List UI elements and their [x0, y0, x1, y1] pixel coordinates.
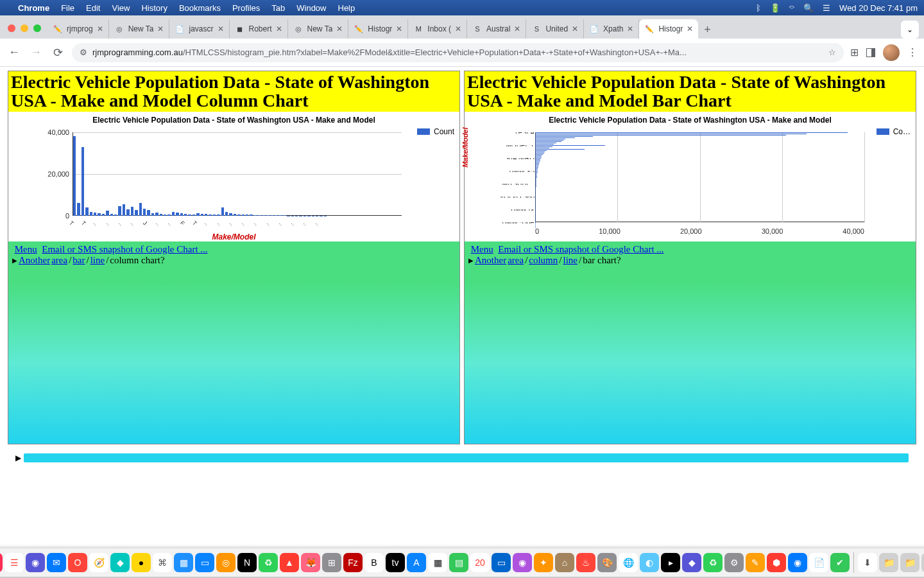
- column-link[interactable]: column: [529, 255, 558, 266]
- tab-overflow-button[interactable]: ⌄: [901, 21, 919, 39]
- column-bar[interactable]: [180, 213, 183, 216]
- line-link[interactable]: line: [90, 255, 105, 266]
- column-bar[interactable]: [106, 211, 108, 216]
- column-bar[interactable]: [167, 215, 170, 216]
- browser-tab[interactable]: ✏️Histogr✕: [639, 19, 698, 39]
- close-window-button[interactable]: [8, 24, 15, 32]
- close-tab-icon[interactable]: ✕: [276, 24, 282, 33]
- app-icon[interactable]: ▦: [174, 553, 193, 572]
- browser-tab[interactable]: 📄javascr✕: [169, 19, 229, 39]
- new-tab-button[interactable]: +: [698, 21, 716, 39]
- close-tab-icon[interactable]: ✕: [218, 24, 224, 33]
- column-bar[interactable]: [205, 214, 207, 216]
- app-icon[interactable]: B: [364, 553, 384, 572]
- pages-icon[interactable]: ✎: [746, 553, 765, 572]
- column-bar[interactable]: [271, 215, 273, 216]
- column-bar[interactable]: [90, 212, 92, 216]
- column-bar[interactable]: [135, 210, 137, 216]
- filezilla-icon[interactable]: Fz: [343, 553, 363, 572]
- column-bar[interactable]: [262, 215, 265, 216]
- column-bar[interactable]: [102, 214, 105, 216]
- zoom-icon[interactable]: ▭: [195, 553, 214, 572]
- app-icon[interactable]: ◎: [216, 553, 235, 572]
- terminal-icon[interactable]: ▸: [661, 553, 680, 572]
- folder-icon[interactable]: 📁: [900, 553, 920, 572]
- browser-tab[interactable]: ◎New Ta✕: [288, 19, 349, 39]
- appstore-icon[interactable]: A: [407, 553, 426, 572]
- column-bar[interactable]: [155, 213, 158, 216]
- music-icon[interactable]: ♪: [0, 553, 3, 572]
- close-tab-icon[interactable]: ✕: [627, 24, 633, 33]
- chrome-menu-icon[interactable]: ⋮: [907, 46, 918, 58]
- bar-link[interactable]: bar: [73, 255, 85, 266]
- calendar-icon[interactable]: 20: [470, 553, 490, 572]
- close-tab-icon[interactable]: ✕: [336, 24, 343, 33]
- app-icon[interactable]: ▲: [280, 553, 299, 572]
- settings-icon[interactable]: ⚙: [724, 553, 744, 572]
- column-bar[interactable]: [81, 147, 84, 216]
- column-bar[interactable]: [118, 206, 121, 216]
- column-bar[interactable]: [98, 213, 100, 216]
- firefox-icon[interactable]: 🦊: [301, 553, 320, 572]
- app-icon[interactable]: ◆: [682, 553, 701, 572]
- menu-view[interactable]: View: [112, 3, 130, 13]
- forward-button[interactable]: →: [28, 45, 44, 60]
- bottom-slider[interactable]: ▶: [15, 453, 909, 462]
- control-center-icon[interactable]: ☰: [823, 3, 830, 13]
- column-bar[interactable]: [221, 207, 224, 215]
- column-bar[interactable]: [266, 215, 269, 216]
- battery-icon[interactable]: 🔋: [770, 3, 780, 13]
- column-bar[interactable]: [110, 214, 113, 216]
- spotlight-icon[interactable]: 🔍: [803, 3, 814, 13]
- column-bar[interactable]: [160, 214, 162, 216]
- app-icon[interactable]: 🎨: [597, 553, 617, 572]
- column-bar[interactable]: [229, 213, 232, 216]
- email-snapshot-link[interactable]: Email or SMS snapshot of Google Chart ..…: [42, 244, 207, 254]
- app-icon[interactable]: ◐: [640, 553, 659, 572]
- close-tab-icon[interactable]: ✕: [514, 24, 520, 33]
- menu-bookmarks[interactable]: Bookmarks: [179, 3, 221, 13]
- column-bar[interactable]: [250, 215, 252, 215]
- site-info-icon[interactable]: ⚙: [80, 48, 87, 57]
- reload-button[interactable]: ⟳: [50, 45, 65, 60]
- podcasts-icon[interactable]: ◉: [26, 553, 45, 572]
- menu-help[interactable]: Help: [338, 3, 355, 13]
- column-bar[interactable]: [126, 209, 129, 216]
- column-bar[interactable]: [77, 203, 80, 216]
- column-bar[interactable]: [213, 215, 216, 216]
- zoom-window-button[interactable]: [33, 24, 41, 32]
- menu-profiles[interactable]: Profiles: [232, 3, 260, 13]
- wifi-icon[interactable]: ⌔: [789, 3, 794, 13]
- column-bar[interactable]: [193, 215, 195, 216]
- column-bar[interactable]: [254, 215, 257, 216]
- column-bar[interactable]: [123, 204, 125, 216]
- column-bar[interactable]: [151, 213, 154, 216]
- menu-window[interactable]: Window: [296, 3, 326, 13]
- column-bar[interactable]: [172, 212, 175, 216]
- column-bar[interactable]: [94, 213, 96, 216]
- column-bar[interactable]: [184, 214, 187, 216]
- column-bar[interactable]: [242, 215, 244, 216]
- column-bar[interactable]: [147, 210, 150, 216]
- column-bar[interactable]: [225, 212, 228, 216]
- email-snapshot-link[interactable]: Email or SMS snapshot of Google Chart ..…: [498, 244, 663, 254]
- extensions-icon[interactable]: ⊞: [850, 46, 859, 58]
- app-icon[interactable]: ♻: [259, 553, 278, 572]
- app-icon[interactable]: ♻: [703, 553, 723, 572]
- folder-icon[interactable]: 📁: [921, 553, 924, 572]
- menu-edit[interactable]: Edit: [86, 3, 100, 13]
- opera-icon[interactable]: O: [68, 553, 87, 572]
- menu-file[interactable]: File: [61, 3, 74, 13]
- browser-tab[interactable]: ✏️rjmprog✕: [47, 19, 109, 39]
- play-icon[interactable]: ▶: [15, 453, 21, 462]
- close-tab-icon[interactable]: ✕: [157, 24, 164, 33]
- browser-tab[interactable]: 📄Xpath✕: [584, 19, 639, 39]
- column-bar[interactable]: [176, 213, 178, 216]
- app-icon[interactable]: ▭: [492, 553, 511, 572]
- browser-tab[interactable]: SAustral✕: [467, 19, 526, 39]
- app-icon[interactable]: ◉: [513, 553, 532, 572]
- app-icon[interactable]: ♨: [576, 553, 595, 572]
- line-link[interactable]: line: [563, 255, 578, 266]
- menubar-clock[interactable]: Wed 20 Dec 7:41 pm: [839, 3, 918, 13]
- menu-link[interactable]: Menu: [15, 244, 37, 254]
